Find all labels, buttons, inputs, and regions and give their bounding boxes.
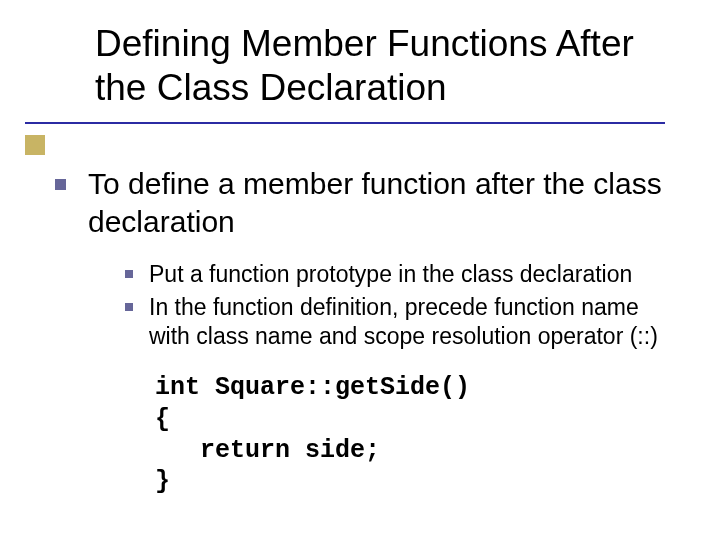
slide: Defining Member Functions After the Clas… <box>0 0 720 540</box>
lvl1-text: To define a member function after the cl… <box>88 165 680 240</box>
list-item: Put a function prototype in the class de… <box>125 260 680 289</box>
square-bullet-icon <box>125 270 133 278</box>
code-line: } <box>155 467 170 496</box>
lvl2-text: In the function definition, precede func… <box>149 293 680 351</box>
lvl2-text: Put a function prototype in the class de… <box>149 260 632 289</box>
code-line: { <box>155 405 170 434</box>
slide-title: Defining Member Functions After the Clas… <box>95 22 690 111</box>
accent-square <box>25 135 45 155</box>
list-item: To define a member function after the cl… <box>55 165 680 240</box>
code-line: return side; <box>155 436 380 465</box>
code-line: int Square::getSide() <box>155 373 470 402</box>
list-item: In the function definition, precede func… <box>125 293 680 351</box>
square-bullet-icon <box>125 303 133 311</box>
code-block: int Square::getSide() { return side; } <box>155 372 680 497</box>
title-wrap: Defining Member Functions After the Clas… <box>95 22 690 111</box>
title-underline <box>25 122 665 124</box>
square-bullet-icon <box>55 179 66 190</box>
slide-body: To define a member function after the cl… <box>55 165 680 497</box>
sub-list: Put a function prototype in the class de… <box>125 260 680 350</box>
